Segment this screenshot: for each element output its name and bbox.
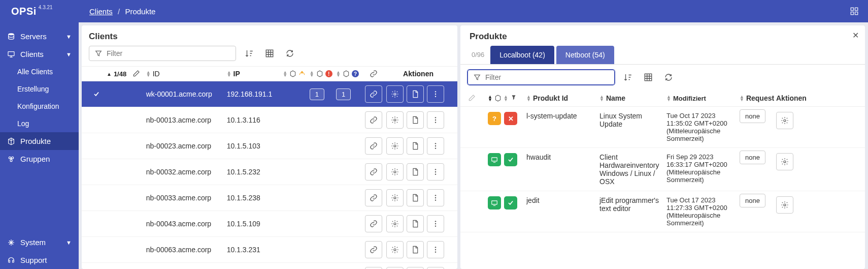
link-button[interactable] — [365, 215, 382, 232]
table-row[interactable]: ?✕ l-system-update Linux System Update T… — [460, 107, 865, 148]
warn-badge: ? — [488, 112, 501, 125]
gear-button[interactable] — [386, 215, 404, 232]
col-ip[interactable]: ▲▼IP — [227, 70, 281, 78]
clients-filter-input[interactable] — [107, 49, 230, 57]
svg-point-43 — [394, 171, 396, 173]
gear-button[interactable] — [386, 189, 404, 206]
sidebar-gruppen[interactable]: Gruppen — [0, 150, 79, 168]
close-icon[interactable]: ✕ — [852, 31, 859, 40]
table-row[interactable]: nb-00013.acme.corp 10.1.3.116 — [82, 107, 457, 133]
columns-icon[interactable] — [262, 46, 277, 61]
svg-point-31 — [394, 93, 396, 95]
more-button[interactable] — [427, 85, 444, 103]
gear-button[interactable] — [386, 111, 404, 129]
sidebar-erstellung[interactable]: Erstellung — [0, 80, 79, 98]
clients-filter-box[interactable] — [89, 46, 236, 61]
apps-grid-icon[interactable] — [849, 6, 860, 17]
table-row[interactable]: wk-00001.acme.corp 192.168.191.1 1 1 — [82, 81, 457, 107]
link-button[interactable] — [365, 85, 382, 103]
col-produkt-id[interactable]: ▲▼Produkt Id — [526, 94, 597, 102]
sidebar-servers[interactable]: Servers ▼ — [0, 27, 79, 45]
col-status-3[interactable]: ▲▼? — [336, 70, 360, 77]
sidebar-produkte[interactable]: Produkte — [0, 132, 79, 150]
tab-netboot[interactable]: Netboot (54) — [556, 46, 614, 64]
table-row[interactable]: nb-00067.acme.corp 10.1.5.106 — [82, 263, 457, 269]
link-button[interactable] — [365, 137, 382, 155]
sidebar-support-label: Support — [20, 256, 47, 264]
more-button[interactable] — [427, 163, 444, 181]
sidebar-log[interactable]: Log — [0, 115, 79, 132]
gear-button[interactable] — [386, 163, 404, 181]
col-request[interactable]: ▲▼Request — [740, 94, 774, 102]
table-row[interactable]: nb-00043.acme.corp 10.1.5.109 — [82, 211, 457, 237]
document-button[interactable] — [407, 111, 424, 129]
table-row[interactable]: hwaudit Client Hardwareinventory Windows… — [460, 148, 865, 191]
more-button[interactable] — [427, 267, 444, 269]
request-value[interactable]: none — [740, 151, 765, 164]
col-aktionen: Aktionen — [386, 70, 450, 78]
more-button[interactable] — [427, 241, 444, 258]
col-modifiziert[interactable]: ▲▼Modifiziert — [666, 95, 738, 102]
refresh-icon[interactable] — [283, 46, 297, 61]
gear-button[interactable] — [386, 85, 404, 103]
table-row[interactable]: jedit jEdit programmer's text editor Tue… — [460, 191, 865, 232]
col-status-1[interactable]: ▲▼ — [283, 70, 307, 77]
document-button[interactable] — [407, 85, 424, 103]
more-button[interactable] — [427, 111, 444, 129]
products-filter-input[interactable] — [485, 73, 609, 81]
col-status[interactable]: ▲▼ ▲▼ — [488, 95, 524, 102]
breadcrumb-current: Produkte — [125, 7, 155, 16]
document-button[interactable] — [407, 267, 424, 269]
gear-button[interactable] — [776, 112, 793, 129]
gear-button[interactable] — [386, 241, 404, 258]
document-button[interactable] — [407, 241, 424, 258]
gear-button[interactable] — [386, 267, 404, 269]
products-filter-box[interactable] — [468, 70, 615, 85]
refresh-icon[interactable] — [661, 70, 676, 84]
link-button[interactable] — [365, 189, 382, 206]
sidebar-konfiguration[interactable]: Konfiguration — [0, 98, 79, 115]
gear-button[interactable] — [386, 137, 404, 155]
sidebar-clients[interactable]: Clients ▼ — [0, 45, 79, 63]
document-button[interactable] — [407, 137, 424, 155]
product-id: jedit — [526, 196, 597, 204]
check-badge — [504, 196, 517, 210]
svg-point-37 — [435, 119, 436, 121]
document-button[interactable] — [407, 189, 424, 206]
request-value[interactable]: none — [740, 194, 765, 207]
svg-point-17 — [9, 33, 14, 35]
table-row[interactable]: nb-00033.acme.corp 10.1.5.238 — [82, 185, 457, 211]
more-button[interactable] — [427, 137, 444, 155]
link-button[interactable] — [365, 241, 382, 258]
gear-button[interactable] — [776, 153, 793, 170]
status-badge: 1 — [310, 88, 324, 100]
sidebar-alle-clients[interactable]: Alle Clients — [0, 63, 79, 80]
table-row[interactable]: nb-00063.acme.corp 10.1.3.231 — [82, 237, 457, 263]
sort-icon[interactable] — [242, 46, 256, 61]
col-status-2[interactable]: ▲▼! — [310, 70, 334, 77]
breadcrumb-root[interactable]: Clients — [89, 7, 113, 16]
sidebar-support[interactable]: Support — [0, 251, 79, 269]
link-button[interactable] — [365, 267, 382, 269]
sort-icon[interactable] — [621, 70, 635, 84]
sidebar-system[interactable]: System ▼ — [0, 233, 79, 251]
col-aktionen-2: Aktionen — [776, 94, 799, 102]
client-id: wk-00001.acme.corp — [146, 90, 225, 98]
columns-icon[interactable] — [641, 70, 655, 84]
tab-localboot[interactable]: Localboot (42) — [490, 46, 554, 64]
sidebar: Servers ▼ Clients ▼ Alle Clients Erstell… — [0, 22, 79, 269]
edit-icon[interactable] — [132, 70, 140, 78]
col-id[interactable]: ▲▼ID — [146, 70, 225, 78]
table-row[interactable]: nb-00032.acme.corp 10.1.5.232 — [82, 159, 457, 185]
col-name[interactable]: ▲▼Name — [599, 94, 664, 102]
table-row[interactable]: nb-00023.acme.corp 10.1.5.103 — [82, 133, 457, 159]
more-button[interactable] — [427, 189, 444, 206]
link-button[interactable] — [365, 163, 382, 181]
more-button[interactable] — [427, 215, 444, 232]
gear-button[interactable] — [776, 196, 793, 214]
client-id: nb-00043.acme.corp — [146, 220, 225, 228]
request-value[interactable]: none — [740, 109, 765, 123]
document-button[interactable] — [407, 215, 424, 232]
document-button[interactable] — [407, 163, 424, 181]
link-button[interactable] — [365, 111, 382, 129]
